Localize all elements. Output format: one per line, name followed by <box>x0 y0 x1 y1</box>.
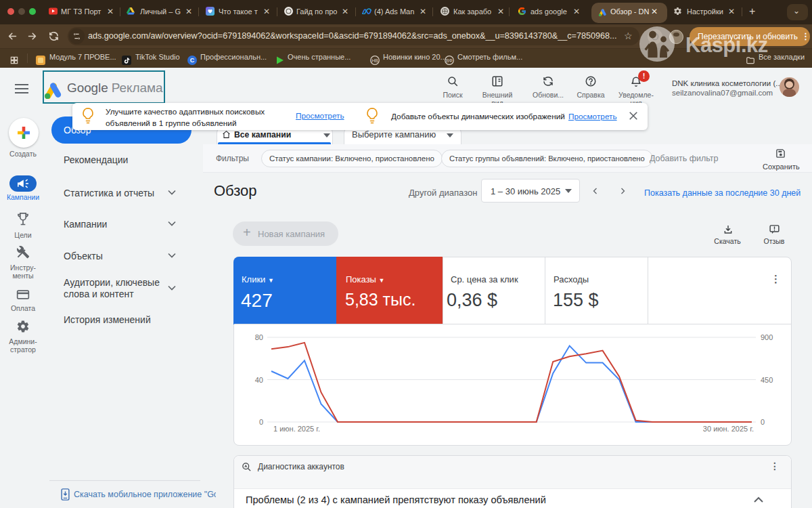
svg-text:40: 40 <box>255 376 263 384</box>
svg-text:30 июн. 2025 г.: 30 июн. 2025 г. <box>703 425 754 433</box>
svg-text:0: 0 <box>761 418 765 426</box>
svg-text:НВ: НВ <box>371 58 378 63</box>
svg-text:450: 450 <box>761 376 773 384</box>
svg-text:C: C <box>190 57 195 64</box>
svg-text:0: 0 <box>259 418 263 426</box>
svg-text:ВФ: ВФ <box>446 58 453 63</box>
svg-text:900: 900 <box>761 333 773 341</box>
svg-text:1 июн. 2025 г.: 1 июн. 2025 г. <box>273 425 320 433</box>
svg-text:80: 80 <box>255 333 263 341</box>
